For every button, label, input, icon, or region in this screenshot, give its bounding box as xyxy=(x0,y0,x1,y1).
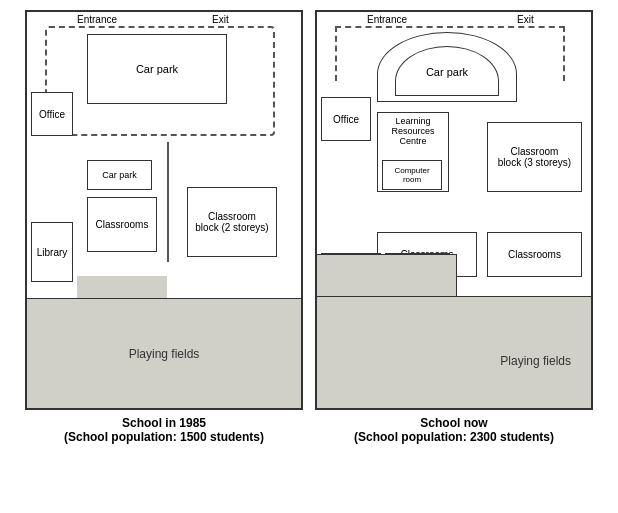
dnow-playing-fields: Playing fields xyxy=(317,296,591,408)
d1985-office: Office xyxy=(31,92,73,136)
caption-now-line1: School now xyxy=(315,416,593,430)
d1985-classrooms-left: Classrooms xyxy=(87,197,157,252)
caption-1985-line1: School in 1985 xyxy=(25,416,303,430)
d1985-exit-label: Exit xyxy=(212,14,229,25)
diagram-1985: Entrance Exit Car park Office Library Ca… xyxy=(25,10,303,410)
dnow-dashed-right xyxy=(563,26,565,81)
dnow-classrooms-bottom-right: Classrooms xyxy=(487,232,582,277)
d1985-entrance-label: Entrance xyxy=(77,14,117,25)
caption-1985-line2: (School population: 1500 students) xyxy=(25,430,303,444)
d1985-library: Library xyxy=(31,222,73,282)
d1985-playing-notch xyxy=(77,276,167,298)
caption-now-line2: (School population: 2300 students) xyxy=(315,430,593,444)
dnow-entrance-label: Entrance xyxy=(367,14,407,25)
d1985-divider-v xyxy=(167,142,169,262)
d1985-carpark-main: Car park xyxy=(87,34,227,104)
dnow-dashed-top xyxy=(335,26,565,28)
diagram-now: Entrance Exit Car park Office Learning R… xyxy=(315,10,593,410)
caption-1985: School in 1985 (School population: 1500 … xyxy=(25,416,303,444)
captions-row: School in 1985 (School population: 1500 … xyxy=(10,416,608,444)
d1985-carpark-small: Car park xyxy=(87,160,152,190)
caption-now: School now (School population: 2300 stud… xyxy=(315,416,593,444)
diagrams-row: Entrance Exit Car park Office Library Ca… xyxy=(10,10,608,410)
d1985-playing-fields: Playing fields xyxy=(27,298,301,408)
dnow-computer-room: Computer room xyxy=(382,160,442,190)
dnow-exit-label: Exit xyxy=(517,14,534,25)
dnow-classrooms-right-top: Classroom block (3 storeys) xyxy=(487,122,582,192)
dnow-dashed-left xyxy=(335,26,337,81)
dnow-playing-notch xyxy=(317,254,457,296)
d1985-classrooms-right: Classroom block (2 storeys) xyxy=(187,187,277,257)
dnow-office: Office xyxy=(321,97,371,141)
